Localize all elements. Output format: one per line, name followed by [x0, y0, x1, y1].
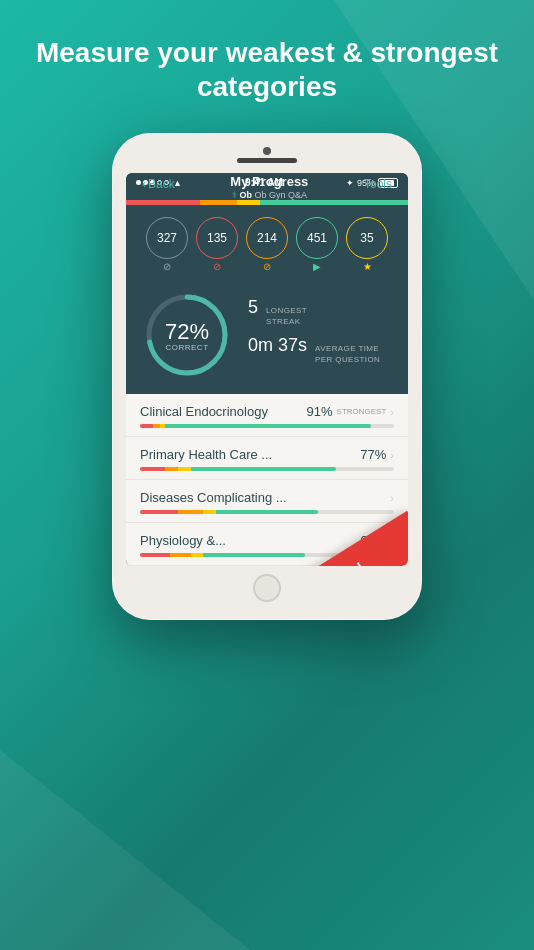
list-item[interactable]: Physiology &... 63% › [126, 523, 408, 566]
cat-bar-1 [140, 424, 394, 428]
chevron-icon-4: › [390, 535, 394, 547]
circle-item-2[interactable]: 135 ⊘ [196, 217, 238, 272]
back-label: Back [148, 177, 175, 191]
bookmark-icon-1: ⊘ [163, 261, 171, 272]
cat-row-1: Clinical Endocrinology 91% STRONGEST › [140, 404, 394, 419]
page-header: Measure your weakest & strongest categor… [0, 0, 534, 123]
speaker [237, 158, 297, 163]
cat-name-1: Clinical Endocrinology [140, 404, 268, 419]
home-button[interactable] [253, 574, 281, 602]
bar-yellow-3 [203, 510, 216, 514]
cat-bar-3 [140, 510, 394, 514]
circle-item-4[interactable]: 451 ▶ [296, 217, 338, 272]
category-list: Clinical Endocrinology 91% STRONGEST › [126, 394, 408, 566]
cat-row-4: Physiology &... 63% › [140, 533, 394, 548]
cat-pct-wrap-3: › [386, 492, 394, 504]
bar-orange-3 [178, 510, 203, 514]
cat-row-2: Primary Health Care ... 77% › [140, 447, 394, 462]
star-icon: ★ [363, 261, 372, 272]
progress-orange [200, 200, 237, 205]
circle-num-4: 451 [296, 217, 338, 259]
stats-area: 72% CORRECT 5 LONGESTSTREAK 0m 37s AVERA… [126, 280, 408, 394]
cat-pct-wrap-2: 77% › [360, 447, 394, 462]
circle-item-3[interactable]: 214 ⊘ [246, 217, 288, 272]
camera-icon [263, 147, 271, 155]
list-item[interactable]: Primary Health Care ... 77% › [126, 437, 408, 480]
cat-bar-2 [140, 467, 394, 471]
chevron-icon-2: › [390, 449, 394, 461]
list-item[interactable]: Clinical Endocrinology 91% STRONGEST › [126, 394, 408, 437]
bar-orange-1 [153, 424, 161, 428]
screen: ▲ 9:41 AM ✦ 95% ‹ [126, 173, 408, 566]
circle-num-1: 327 [146, 217, 188, 259]
bar-red-4 [140, 553, 170, 557]
avg-time-row: 0m 37s AVERAGE TIMEPER QUESTION [248, 335, 392, 365]
bar-orange-4 [170, 553, 190, 557]
circle-num-2: 135 [196, 217, 238, 259]
circles-row: 327 ⊘ 135 ⊘ 214 ⊘ 451 ▶ [126, 205, 408, 280]
progress-yellow [237, 200, 259, 205]
bookmark-icon-2: ⊘ [213, 261, 221, 272]
screen-wrap: ▲ 9:41 AM ✦ 95% ‹ [126, 173, 408, 566]
circle-num-5: 35 [346, 217, 388, 259]
progress-red [126, 200, 200, 205]
tools-button[interactable]: Tools [364, 177, 392, 191]
bookmark-icon-4: ▶ [313, 261, 321, 272]
phone-bottom [126, 566, 408, 606]
nav-title: My Progress [230, 174, 308, 189]
back-chevron-icon: ‹ [142, 177, 146, 191]
streak-label: LONGESTSTREAK [266, 306, 307, 327]
phone: ▲ 9:41 AM ✦ 95% ‹ [112, 133, 422, 620]
cat-row-3: Diseases Complicating ... › [140, 490, 394, 505]
cat-bar-4 [140, 553, 394, 557]
bookmark-icon-3: ⊘ [263, 261, 271, 272]
bar-orange-2 [165, 467, 178, 471]
bar-yellow-2 [178, 467, 191, 471]
avg-time-val: 0m 37s [248, 335, 307, 356]
cat-pct-2: 77% [360, 447, 386, 462]
bar-red-2 [140, 467, 165, 471]
avg-time-label: AVERAGE TIMEPER QUESTION [315, 344, 380, 365]
correct-pct: 72% [165, 319, 209, 345]
streak-row: 5 LONGESTSTREAK [248, 297, 392, 327]
cat-name-3: Diseases Complicating ... [140, 490, 287, 505]
phone-frame: ▲ 9:41 AM ✦ 95% ‹ [0, 133, 534, 620]
circle-num-3: 214 [246, 217, 288, 259]
nav-subtitle: ⚕ Ob Ob Gyn Q&A [230, 190, 308, 200]
cat-name-4: Physiology &... [140, 533, 226, 548]
bar-green-2 [191, 467, 336, 471]
progress-green [260, 200, 408, 205]
circle-item-1[interactable]: 327 ⊘ [146, 217, 188, 272]
bar-red-3 [140, 510, 178, 514]
bar-green-4 [203, 553, 305, 557]
bar-red-1 [140, 424, 153, 428]
stats-right: 5 LONGESTSTREAK 0m 37s AVERAGE TIMEPER Q… [248, 297, 392, 373]
cat-pct-4: 63% [360, 533, 386, 548]
back-button[interactable]: ‹ Back [142, 177, 175, 191]
list-item[interactable]: Diseases Complicating ... › [126, 480, 408, 523]
progress-bar-multi [126, 200, 408, 205]
bar-yellow-4 [191, 553, 204, 557]
bar-green-3 [216, 510, 318, 514]
phone-top [126, 147, 408, 167]
cat-pct-wrap-1: 91% STRONGEST › [307, 404, 394, 419]
donut-chart: 72% CORRECT [142, 290, 232, 380]
circle-item-5[interactable]: 35 ★ [346, 217, 388, 272]
correct-label: CORRECT [165, 343, 208, 352]
nav-row: ‹ Back My Progress ⚕ Ob Ob Gyn Q&A Tools [134, 173, 400, 200]
chevron-icon-3: › [390, 492, 394, 504]
stethoscope-icon: ⚕ [232, 190, 237, 200]
cat-badge-1: STRONGEST [337, 407, 387, 416]
cat-pct-wrap-4: 63% › [360, 533, 394, 548]
chevron-icon-1: › [390, 406, 394, 418]
cat-pct-1: 91% [307, 404, 333, 419]
donut-center: 72% CORRECT [142, 290, 232, 380]
cat-name-2: Primary Health Care ... [140, 447, 272, 462]
streak-val: 5 [248, 297, 258, 318]
bar-green-1 [165, 424, 371, 428]
